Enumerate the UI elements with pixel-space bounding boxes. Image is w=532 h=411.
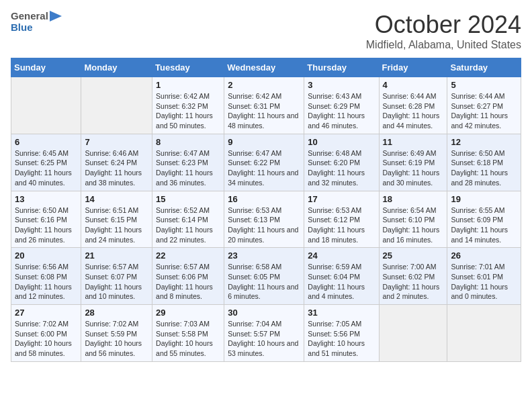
calendar-table: SundayMondayTuesdayWednesdayThursdayFrid… xyxy=(11,58,521,362)
month-title: October 2024 xyxy=(366,11,521,39)
header-monday: Monday xyxy=(81,58,152,77)
day-info: Sunrise: 6:48 AM Sunset: 6:20 PM Dayligh… xyxy=(308,148,375,188)
day-number: 31 xyxy=(308,308,375,318)
day-number: 3 xyxy=(308,80,375,90)
calendar-cell: 18Sunrise: 6:54 AM Sunset: 6:10 PM Dayli… xyxy=(379,191,447,248)
day-info: Sunrise: 6:59 AM Sunset: 6:04 PM Dayligh… xyxy=(308,262,375,302)
header-thursday: Thursday xyxy=(304,58,379,77)
calendar-cell: 16Sunrise: 6:53 AM Sunset: 6:13 PM Dayli… xyxy=(224,191,304,248)
day-number: 7 xyxy=(85,137,148,147)
day-info: Sunrise: 6:55 AM Sunset: 6:09 PM Dayligh… xyxy=(451,205,517,245)
day-number: 12 xyxy=(451,137,517,147)
day-number: 18 xyxy=(383,194,444,204)
calendar-cell: 6Sunrise: 6:45 AM Sunset: 6:25 PM Daylig… xyxy=(11,134,81,191)
week-row-5: 27Sunrise: 7:02 AM Sunset: 6:00 PM Dayli… xyxy=(11,305,521,362)
day-info: Sunrise: 6:50 AM Sunset: 6:16 PM Dayligh… xyxy=(15,205,77,245)
day-number: 28 xyxy=(85,308,148,318)
day-info: Sunrise: 6:52 AM Sunset: 6:14 PM Dayligh… xyxy=(156,205,220,245)
calendar-cell: 5Sunrise: 6:44 AM Sunset: 6:27 PM Daylig… xyxy=(447,77,521,134)
header-saturday: Saturday xyxy=(447,58,521,77)
calendar-cell: 27Sunrise: 7:02 AM Sunset: 6:00 PM Dayli… xyxy=(11,305,81,362)
calendar-cell: 21Sunrise: 6:57 AM Sunset: 6:07 PM Dayli… xyxy=(81,248,152,305)
day-number: 29 xyxy=(156,308,220,318)
day-number: 25 xyxy=(383,250,444,261)
day-number: 1 xyxy=(156,80,220,90)
calendar-cell: 31Sunrise: 7:05 AM Sunset: 5:56 PM Dayli… xyxy=(304,305,379,362)
day-number: 15 xyxy=(156,194,220,204)
day-info: Sunrise: 6:58 AM Sunset: 6:05 PM Dayligh… xyxy=(228,262,300,302)
day-info: Sunrise: 6:42 AM Sunset: 6:31 PM Dayligh… xyxy=(228,91,300,131)
calendar-cell: 26Sunrise: 7:01 AM Sunset: 6:01 PM Dayli… xyxy=(447,248,521,305)
day-number: 6 xyxy=(15,137,77,147)
day-info: Sunrise: 6:54 AM Sunset: 6:10 PM Dayligh… xyxy=(383,205,444,245)
calendar-cell: 2Sunrise: 6:42 AM Sunset: 6:31 PM Daylig… xyxy=(224,77,304,134)
calendar-cell xyxy=(447,305,521,362)
day-info: Sunrise: 6:50 AM Sunset: 6:18 PM Dayligh… xyxy=(451,148,517,188)
day-header-row: SundayMondayTuesdayWednesdayThursdayFrid… xyxy=(11,58,521,77)
day-number: 16 xyxy=(228,194,300,204)
day-number: 9 xyxy=(228,137,300,147)
calendar-cell: 9Sunrise: 6:47 AM Sunset: 6:22 PM Daylig… xyxy=(224,134,304,191)
header-tuesday: Tuesday xyxy=(152,58,224,77)
day-info: Sunrise: 6:44 AM Sunset: 6:27 PM Dayligh… xyxy=(451,91,517,131)
header-wednesday: Wednesday xyxy=(224,58,304,77)
day-info: Sunrise: 6:45 AM Sunset: 6:25 PM Dayligh… xyxy=(15,148,77,188)
calendar-cell: 20Sunrise: 6:56 AM Sunset: 6:08 PM Dayli… xyxy=(11,248,81,305)
day-info: Sunrise: 7:04 AM Sunset: 5:57 PM Dayligh… xyxy=(228,319,300,359)
day-info: Sunrise: 6:42 AM Sunset: 6:32 PM Dayligh… xyxy=(156,91,220,131)
calendar-cell: 15Sunrise: 6:52 AM Sunset: 6:14 PM Dayli… xyxy=(152,191,224,248)
logo-general: General xyxy=(11,11,48,22)
location-title: Midfield, Alabama, United States xyxy=(366,39,521,51)
calendar-cell: 13Sunrise: 6:50 AM Sunset: 6:16 PM Dayli… xyxy=(11,191,81,248)
day-info: Sunrise: 6:49 AM Sunset: 6:19 PM Dayligh… xyxy=(383,148,444,188)
calendar-cell: 19Sunrise: 6:55 AM Sunset: 6:09 PM Dayli… xyxy=(447,191,521,248)
day-number: 13 xyxy=(15,194,77,204)
day-number: 26 xyxy=(451,250,517,261)
day-info: Sunrise: 7:00 AM Sunset: 6:02 PM Dayligh… xyxy=(383,262,444,302)
header-sunday: Sunday xyxy=(11,58,81,77)
logo-arrow-icon xyxy=(50,11,62,21)
day-info: Sunrise: 6:46 AM Sunset: 6:24 PM Dayligh… xyxy=(85,148,148,188)
calendar-cell xyxy=(379,305,447,362)
calendar-cell: 7Sunrise: 6:46 AM Sunset: 6:24 PM Daylig… xyxy=(81,134,152,191)
title-area: October 2024 Midfield, Alabama, United S… xyxy=(366,11,521,51)
week-row-3: 13Sunrise: 6:50 AM Sunset: 6:16 PM Dayli… xyxy=(11,191,521,248)
day-info: Sunrise: 6:56 AM Sunset: 6:08 PM Dayligh… xyxy=(15,262,77,302)
calendar-cell: 29Sunrise: 7:03 AM Sunset: 5:58 PM Dayli… xyxy=(152,305,224,362)
day-info: Sunrise: 6:53 AM Sunset: 6:13 PM Dayligh… xyxy=(228,205,300,245)
day-info: Sunrise: 6:57 AM Sunset: 6:06 PM Dayligh… xyxy=(156,262,220,302)
logo: General Blue xyxy=(11,11,62,33)
page-header: General Blue October 2024 Midfield, Alab… xyxy=(11,11,521,51)
calendar-cell xyxy=(81,77,152,134)
calendar-cell: 24Sunrise: 6:59 AM Sunset: 6:04 PM Dayli… xyxy=(304,248,379,305)
calendar-cell: 11Sunrise: 6:49 AM Sunset: 6:19 PM Dayli… xyxy=(379,134,447,191)
calendar-cell: 25Sunrise: 7:00 AM Sunset: 6:02 PM Dayli… xyxy=(379,248,447,305)
calendar-cell: 28Sunrise: 7:02 AM Sunset: 5:59 PM Dayli… xyxy=(81,305,152,362)
header-friday: Friday xyxy=(379,58,447,77)
calendar-cell: 17Sunrise: 6:53 AM Sunset: 6:12 PM Dayli… xyxy=(304,191,379,248)
day-number: 22 xyxy=(156,250,220,261)
day-info: Sunrise: 6:53 AM Sunset: 6:12 PM Dayligh… xyxy=(308,205,375,245)
week-row-1: 1Sunrise: 6:42 AM Sunset: 6:32 PM Daylig… xyxy=(11,77,521,134)
calendar-cell: 12Sunrise: 6:50 AM Sunset: 6:18 PM Dayli… xyxy=(447,134,521,191)
day-info: Sunrise: 7:01 AM Sunset: 6:01 PM Dayligh… xyxy=(451,262,517,302)
calendar-cell: 23Sunrise: 6:58 AM Sunset: 6:05 PM Dayli… xyxy=(224,248,304,305)
day-number: 23 xyxy=(228,250,300,261)
day-number: 11 xyxy=(383,137,444,147)
day-number: 10 xyxy=(308,137,375,147)
calendar-cell: 3Sunrise: 6:43 AM Sunset: 6:29 PM Daylig… xyxy=(304,77,379,134)
day-info: Sunrise: 7:05 AM Sunset: 5:56 PM Dayligh… xyxy=(308,319,375,359)
day-number: 24 xyxy=(308,250,375,261)
day-info: Sunrise: 7:02 AM Sunset: 5:59 PM Dayligh… xyxy=(85,319,148,359)
week-row-2: 6Sunrise: 6:45 AM Sunset: 6:25 PM Daylig… xyxy=(11,134,521,191)
day-number: 21 xyxy=(85,250,148,261)
day-info: Sunrise: 6:44 AM Sunset: 6:28 PM Dayligh… xyxy=(383,91,444,131)
day-info: Sunrise: 6:43 AM Sunset: 6:29 PM Dayligh… xyxy=(308,91,375,131)
day-number: 30 xyxy=(228,308,300,318)
day-number: 27 xyxy=(15,308,77,318)
day-info: Sunrise: 6:47 AM Sunset: 6:22 PM Dayligh… xyxy=(228,148,300,188)
day-number: 17 xyxy=(308,194,375,204)
calendar-cell: 4Sunrise: 6:44 AM Sunset: 6:28 PM Daylig… xyxy=(379,77,447,134)
day-number: 4 xyxy=(383,80,444,90)
day-number: 20 xyxy=(15,250,77,261)
